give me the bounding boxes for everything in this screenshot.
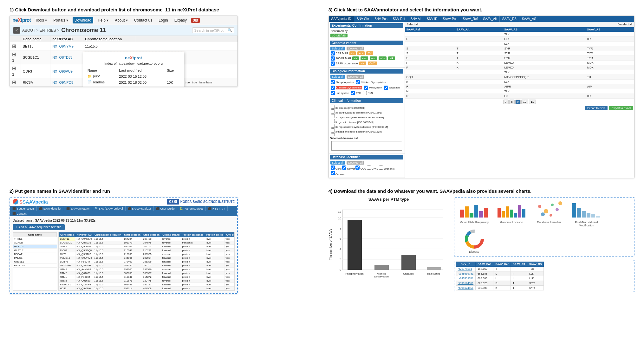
disease-list: 3a disease [IFO:0000498] 3b cardiovascul… (330, 104, 403, 136)
export-scf[interactable]: Export to SCF (585, 106, 608, 110)
disease-item[interactable]: 3a disease [IFO:0000498] (331, 105, 403, 109)
tab-saavAnnotator[interactable]: ⬛ SAAVannotator (64, 206, 92, 211)
bar-half-cystine (427, 267, 441, 270)
snv-pos: 685.685 (476, 271, 493, 276)
disease-item[interactable]: 3g hypertension [IFO:0000726] (331, 133, 403, 136)
table-row: RTM1NX_P1316411p15.5310041315272forwardp… (59, 275, 235, 279)
nav-expasy[interactable]: Expasy (172, 17, 189, 23)
breadcrumb-path: ABOUT > ENTRIES > (22, 28, 59, 33)
row-icon: ⊞ (10, 78, 21, 87)
db-civic: CIVIC (367, 166, 379, 170)
page-10[interactable]: 10 (521, 100, 528, 104)
select-all-btn[interactable]: Select all (330, 47, 345, 50)
nav-login[interactable]: Login (157, 17, 170, 23)
tab-snv-pos[interactable]: SNV Pos (372, 16, 390, 22)
nav-portals[interactable]: Portals ▾ (51, 17, 70, 23)
snv-col-rs: SAAV_RS (527, 262, 544, 267)
list-item[interactable]: ACADB (13, 241, 57, 245)
lcmsms-btn[interactable]: LC-MS/MS (330, 34, 348, 37)
list-item[interactable]: B3GAT1 (13, 252, 57, 256)
snv-id[interactable]: rs398124551 (456, 286, 476, 290)
svg-point-41 (558, 201, 562, 205)
nav-about[interactable]: About ▾ (113, 17, 130, 23)
nav-download[interactable]: Download (73, 17, 93, 23)
tab-contact[interactable]: ⬛ Contact (10, 211, 29, 216)
snv-ref: S (493, 281, 511, 286)
tab-saav-as[interactable]: SAAV_AS (519, 16, 539, 22)
snv-id[interactable]: rs398124551 (456, 281, 476, 286)
tab-saav-pos[interactable]: SAAV Pos (440, 16, 460, 22)
tab-saav-ref[interactable]: SAAV_Ref (460, 16, 480, 22)
disease-item[interactable]: 3f head and neck disorder [IFO:0001624] (331, 128, 403, 133)
svg-rect-44 (582, 211, 586, 218)
deselect-btn[interactable]: Deselect all (347, 47, 365, 50)
nav-tools[interactable]: Tools ▾ (33, 17, 49, 23)
download-row[interactable]: readme 2021-02-18 02:00 10K (86, 79, 181, 85)
tab-user-guide[interactable]: ⬛ User Guide (154, 206, 177, 211)
list-item[interactable]: GLBTL3 (13, 245, 57, 249)
list-item[interactable]: GLBTL2 (13, 249, 57, 252)
tab-snv-id[interactable]: SNV ID (424, 16, 440, 22)
search-box[interactable]: Search in neXtProt... 🔍 (192, 27, 235, 33)
1000g-cb[interactable] (331, 56, 335, 61)
tab-python[interactable]: 🐍 Python sources (177, 206, 206, 211)
list-item[interactable]: ERVK-25 (13, 264, 57, 268)
list-item[interactable]: THYN1 (13, 237, 57, 241)
esp-maf-value2: eur (357, 51, 365, 55)
search-icon[interactable]: 🔍 (228, 28, 232, 32)
ptm-methylation: Methylation (363, 85, 383, 90)
add-file-button[interactable]: + Add a SAAV sequence text file (13, 224, 65, 230)
snv-id[interactable]: rs76775594 (456, 267, 476, 271)
page-8[interactable]: 8 (509, 100, 515, 104)
disease-item[interactable]: 3e reproductive system disease [IFO:0000… (331, 124, 403, 128)
row-ac[interactable]: NX_Q8TD33 (50, 50, 83, 64)
table-row: RTM3NX_Q0162811p15.5319676320475reversep… (59, 279, 235, 283)
tab-saav-alt[interactable]: SAAV_Alt (480, 16, 499, 22)
page-9[interactable]: 9 (515, 100, 521, 104)
db-select-all[interactable]: Select all (330, 161, 345, 165)
section-3-title: 3) Click Next to SAAVannotator and selec… (329, 6, 635, 13)
disease-item[interactable]: 3d genetic disease [IFO:0003745] (331, 119, 403, 124)
svg-rect-42 (572, 203, 576, 218)
svg-text:10: 10 (338, 217, 341, 220)
overlay-title: Index of https://download.nextprot.org (86, 62, 181, 65)
tab-sequence-db[interactable]: ⬛ Sequence DB (10, 206, 37, 211)
disease-item[interactable]: 3b cardiovascular disease [IFO:0001691] (331, 109, 403, 114)
nav-contact[interactable]: Contact us (132, 17, 154, 23)
nav-help[interactable]: Help ▾ (96, 17, 110, 23)
tab-snv-chr[interactable]: SNV Chr (354, 16, 372, 22)
back-button[interactable]: < (13, 27, 20, 34)
tab-snv-ref[interactable]: SNV Ref (390, 16, 408, 22)
svg-text:0: 0 (339, 268, 341, 271)
tab-snv-alt[interactable]: SNV Alt (408, 16, 424, 22)
db-deselect[interactable]: Deselect all (347, 161, 365, 165)
section-1-nextprot: 1) Click Download button and download pr… (6, 3, 322, 185)
snv-id[interactable]: rs145539781 (456, 271, 476, 276)
saav-occ-cb[interactable] (331, 62, 335, 66)
tab-saavidentifier[interactable]: ⬛ SAAVidentifier (37, 206, 64, 211)
bio-select-all[interactable]: Select all (330, 75, 345, 79)
row-ac[interactable]: NX_Q96PU9 (50, 64, 83, 78)
result-row: FKLEMDXMDK (405, 61, 634, 65)
page-11[interactable]: 11 (529, 100, 536, 104)
bio-deselect[interactable]: Deselect all (347, 75, 365, 79)
row-ac[interactable]: NX_Q9NPQ8 (50, 78, 83, 87)
tab-rest-api[interactable]: ⬛ REST API (206, 206, 228, 211)
experimental-title: Experimental Confirmation (330, 23, 403, 28)
row-ac[interactable]: NX_Q9NYM9 (50, 42, 83, 50)
export-excel[interactable]: Export to Excel (609, 106, 633, 110)
tab-saavpedia-id[interactable]: SAAVpedia ID (329, 16, 354, 22)
saavs-per-ptm-chart: The number of SAAVs 0 2 4 6 (329, 203, 446, 286)
tab-visualizer[interactable]: ⬛ SAAVvisualizer (126, 206, 154, 211)
tab-saav-rs[interactable]: SAAV_RS (500, 16, 519, 22)
row-icon: ⊞1 (10, 50, 21, 64)
page-7[interactable]: 7 (503, 100, 509, 104)
tab-snv-retrieval[interactable]: 🔍 SNV/SAAVretrieval (92, 206, 126, 211)
snv-id[interactable]: rs145539781 (456, 276, 476, 281)
esp-maf-cb[interactable] (331, 51, 335, 55)
download-row[interactable]: pub/ 2022-03-15 12:06 - (86, 73, 181, 80)
list-item[interactable]: ORS2E1 (13, 260, 57, 264)
disease-item[interactable]: 3c digestive system disease [IFO:0000803… (331, 114, 403, 119)
list-item[interactable]: PANO1 (13, 256, 57, 260)
ptm-o-linked: O-linked Glycosylation (330, 85, 363, 90)
